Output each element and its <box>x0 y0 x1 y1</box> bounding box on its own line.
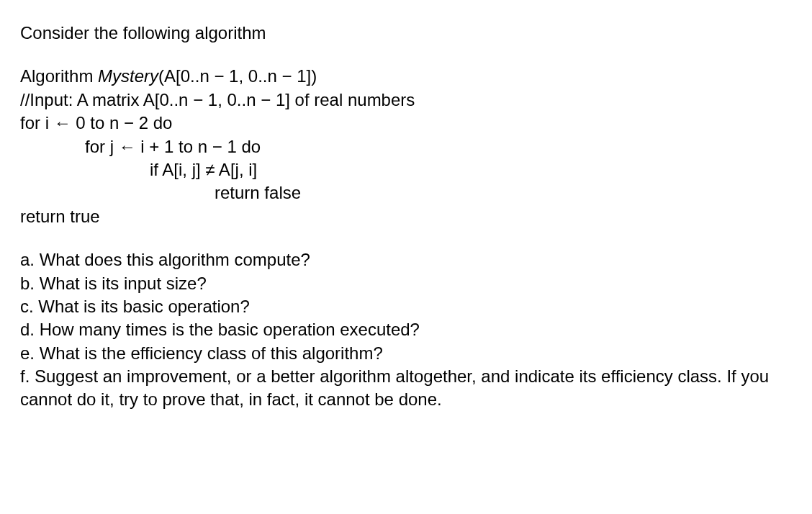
question-a: a. What does this algorithm compute? <box>20 248 792 271</box>
algo-line-for-i: for i ← 0 to n − 2 do <box>20 112 792 135</box>
intro-text: Consider the following algorithm <box>20 22 792 45</box>
intro-section: Consider the following algorithm <box>20 22 792 45</box>
question-b: b. What is its input size? <box>20 272 792 295</box>
algo-header: Algorithm Mystery(A[0..n − 1, 0..n − 1]) <box>20 65 792 88</box>
algorithm-block: Algorithm Mystery(A[0..n − 1, 0..n − 1])… <box>20 65 792 228</box>
question-f: f. Suggest an improvement, or a better a… <box>20 365 792 412</box>
question-c: c. What is its basic operation? <box>20 295 792 318</box>
algo-input-comment: //Input: A matrix A[0..n − 1, 0..n − 1] … <box>20 89 792 112</box>
algo-line-for-j: for j ← i + 1 to n − 1 do <box>20 135 792 158</box>
algo-line-return-false: return false <box>20 181 792 204</box>
algo-name: Mystery <box>98 66 158 86</box>
algo-line-if: if A[i, j] ≠ A[j, i] <box>20 158 792 181</box>
algo-line-return-true: return true <box>20 205 792 228</box>
question-d: d. How many times is the basic operation… <box>20 318 792 341</box>
algo-header-prefix: Algorithm <box>20 66 98 86</box>
algo-header-suffix: (A[0..n − 1, 0..n − 1]) <box>158 66 317 86</box>
questions-section: a. What does this algorithm compute? b. … <box>20 248 792 412</box>
question-e: e. What is the efficiency class of this … <box>20 342 792 365</box>
